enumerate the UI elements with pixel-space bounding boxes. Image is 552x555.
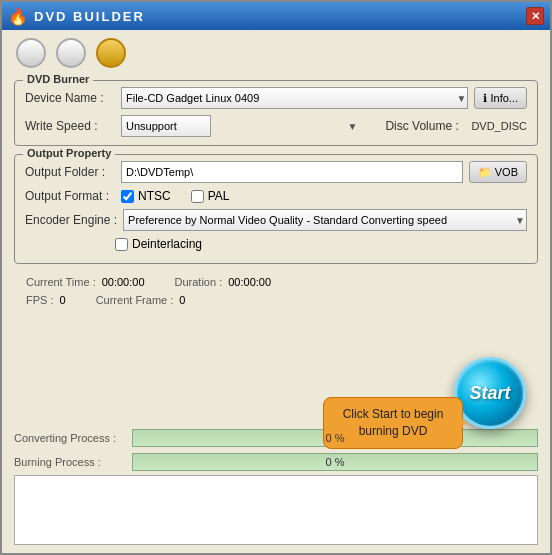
folder-icon: 📁 — [478, 166, 492, 179]
deinterlacing-label: Deinterlacing — [132, 237, 202, 251]
output-property-title: Output Property — [23, 147, 115, 159]
progress-start-area: Converting Process : 0 % Burning Process… — [2, 425, 550, 471]
burning-progress-text: 0 % — [326, 456, 345, 468]
window-title: DVD BUILDER — [34, 9, 145, 24]
burning-label: Burning Process : — [14, 456, 124, 468]
ntsc-item: NTSC — [121, 189, 171, 203]
encoder-select-wrapper: Preference by Normal Video Quality - Sta… — [123, 209, 527, 231]
write-speed-select[interactable]: Unsupport — [121, 115, 211, 137]
fps-value: 0 — [60, 294, 66, 306]
pal-checkbox[interactable] — [191, 190, 204, 203]
current-frame-item: Current Frame : 0 — [96, 294, 186, 306]
stats-row-2: FPS : 0 Current Frame : 0 — [26, 294, 526, 306]
tooltip-text: Click Start to begin burning DVD — [343, 407, 444, 438]
duration-item: Duration : 00:00:00 — [175, 276, 272, 288]
write-speed-select-wrapper: Unsupport ▼ — [121, 115, 359, 137]
disc-volume-label: Disc Volume : — [385, 119, 465, 133]
output-folder-label: Output Folder : — [25, 165, 115, 179]
log-area[interactable] — [14, 475, 538, 545]
title-bar: 🔥 DVD BUILDER ✕ — [2, 2, 550, 30]
deinterlacing-row: Deinterlacing — [115, 237, 527, 251]
ntsc-label: NTSC — [138, 189, 171, 203]
dvd-burner-group: DVD Burner Device Name : File-CD Gadget … — [14, 80, 538, 146]
burning-progress-row: Burning Process : 0 % — [2, 453, 550, 471]
current-frame-label: Current Frame : — [96, 294, 174, 306]
fps-label: FPS : — [26, 294, 54, 306]
converting-label: Converting Process : — [14, 432, 124, 444]
burning-progress-bar: 0 % — [132, 453, 538, 471]
disc-volume-value: DVD_DISC — [471, 120, 527, 132]
toolbar — [2, 30, 550, 76]
current-time-value: 00:00:00 — [102, 276, 145, 288]
duration-label: Duration : — [175, 276, 223, 288]
stats-row-1: Current Time : 00:00:00 Duration : 00:00… — [26, 276, 526, 288]
ntsc-checkbox[interactable] — [121, 190, 134, 203]
current-frame-value: 0 — [179, 294, 185, 306]
start-area: Start Click Start to begin burning DVD — [398, 387, 538, 439]
device-name-select-wrapper: File-CD Gadget Linux 0409 ▼ — [121, 87, 468, 109]
output-folder-row: Output Folder : 📁 VOB — [25, 161, 527, 183]
duration-value: 00:00:00 — [228, 276, 271, 288]
output-format-label: Output Format : — [25, 189, 115, 203]
info-circle-icon: ℹ — [483, 92, 487, 105]
pal-item: PAL — [191, 189, 230, 203]
pal-label: PAL — [208, 189, 230, 203]
stats-area: Current Time : 00:00:00 Duration : 00:00… — [14, 272, 538, 306]
current-time-item: Current Time : 00:00:00 — [26, 276, 145, 288]
fps-item: FPS : 0 — [26, 294, 66, 306]
toolbar-button-2[interactable] — [56, 38, 86, 68]
converting-progress-text: 0 % — [326, 432, 345, 444]
vob-button[interactable]: 📁 VOB — [469, 161, 527, 183]
toolbar-button-3[interactable] — [96, 38, 126, 68]
vob-button-label: VOB — [495, 166, 518, 178]
flame-icon: 🔥 — [8, 7, 28, 26]
start-label: Start — [469, 383, 510, 404]
device-name-row: Device Name : File-CD Gadget Linux 0409 … — [25, 87, 527, 109]
output-property-group: Output Property Output Folder : 📁 VOB Ou… — [14, 154, 538, 264]
output-format-row: Output Format : NTSC PAL — [25, 189, 527, 203]
write-speed-label: Write Speed : — [25, 119, 115, 133]
toolbar-button-1[interactable] — [16, 38, 46, 68]
device-name-label: Device Name : — [25, 91, 115, 105]
title-bar-left: 🔥 DVD BUILDER — [8, 7, 145, 26]
encoder-engine-select[interactable]: Preference by Normal Video Quality - Sta… — [123, 209, 527, 231]
info-button-label: Info... — [490, 92, 518, 104]
main-window: 🔥 DVD BUILDER ✕ DVD Burner Device Name :… — [0, 0, 552, 555]
write-speed-row: Write Speed : Unsupport ▼ Disc Volume : … — [25, 115, 527, 137]
device-name-select[interactable]: File-CD Gadget Linux 0409 — [121, 87, 468, 109]
ntsc-pal-row: NTSC PAL — [121, 189, 527, 203]
write-speed-arrow-icon: ▼ — [347, 121, 357, 132]
dvd-burner-title: DVD Burner — [23, 73, 93, 85]
output-folder-input[interactable] — [121, 161, 463, 183]
encoder-engine-row: Encoder Engine : Preference by Normal Vi… — [25, 209, 527, 231]
deinterlacing-checkbox[interactable] — [115, 238, 128, 251]
current-time-label: Current Time : — [26, 276, 96, 288]
encoder-engine-label: Encoder Engine : — [25, 213, 117, 227]
info-button[interactable]: ℹ Info... — [474, 87, 527, 109]
close-button[interactable]: ✕ — [526, 7, 544, 25]
